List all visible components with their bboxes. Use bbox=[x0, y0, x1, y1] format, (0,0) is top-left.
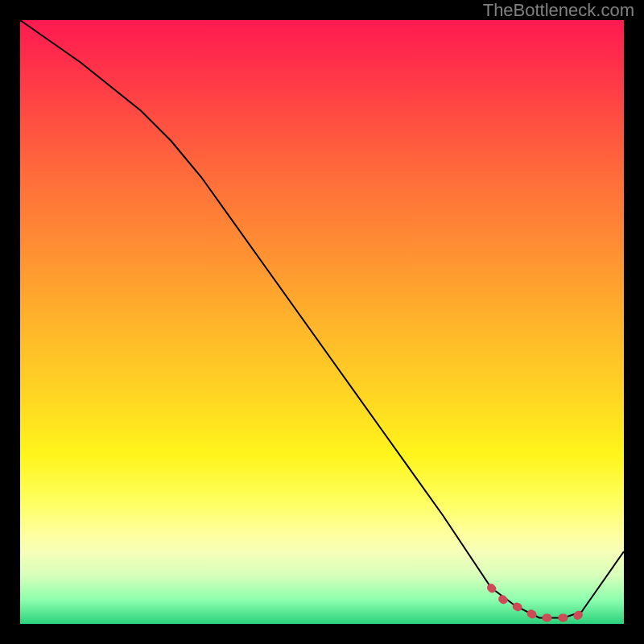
chart-frame: TheBottleneck.com bbox=[0, 0, 644, 644]
chart-overlay bbox=[20, 20, 624, 624]
watermark-text: TheBottleneck.com bbox=[483, 0, 634, 21]
bottleneck-curve-line bbox=[20, 20, 624, 618]
optimal-range-marker bbox=[491, 588, 582, 618]
